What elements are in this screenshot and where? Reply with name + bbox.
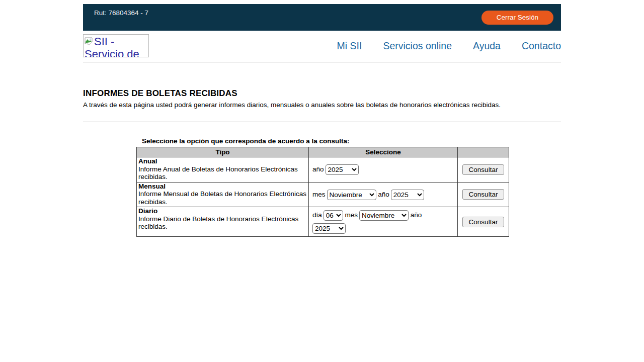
consultar-button-anual[interactable]: Consultar xyxy=(462,164,505,175)
nav-servicios-online[interactable]: Servicios online xyxy=(383,40,452,52)
main-nav: Mi SII Servicios online Ayuda Contacto xyxy=(316,40,561,52)
col-header-actions xyxy=(458,147,509,157)
divider xyxy=(83,122,561,122)
year-label: año xyxy=(411,211,422,219)
day-label: día xyxy=(312,211,322,219)
sii-logo[interactable]: SII - Servicio de xyxy=(83,34,149,57)
broken-image-icon xyxy=(85,37,94,47)
nav-contacto[interactable]: Contacto xyxy=(522,40,561,52)
row-type-anual: Anual xyxy=(138,157,307,165)
col-header-seleccione: Seleccione xyxy=(309,147,458,157)
table-header-row: Tipo Seleccione xyxy=(137,147,509,157)
nav-mi-sii[interactable]: Mi SII xyxy=(337,40,362,52)
mensual-year-select[interactable]: 2025 xyxy=(391,190,424,200)
diario-year-select[interactable]: 2025 xyxy=(312,223,346,234)
report-options-table: Tipo Seleccione AnualInforme Anual de Bo… xyxy=(136,147,509,237)
report-form: Seleccione la opción que corresponda de … xyxy=(136,137,561,237)
site-header: SII - Servicio de Mi SII Servicios onlin… xyxy=(83,31,561,62)
form-prompt: Seleccione la opción que corresponda de … xyxy=(136,137,561,145)
row-description-anual: Informe Anual de Boletas de Honorarios E… xyxy=(138,165,298,181)
consultar-button-mensual[interactable]: Consultar xyxy=(462,189,505,200)
logout-button[interactable]: Cerrar Sesión xyxy=(481,11,553,25)
col-header-tipo: Tipo xyxy=(137,147,309,157)
diario-day-select[interactable]: 06 xyxy=(324,210,343,221)
row-type-diario: Diario xyxy=(138,207,307,215)
anual-year-select[interactable]: 2025 xyxy=(326,164,359,175)
mensual-month-select[interactable]: Noviembre xyxy=(327,190,376,200)
month-label: mes xyxy=(312,191,326,198)
table-row-mensual: MensualInforme Mensual de Boletas de Hon… xyxy=(137,182,509,207)
row-description-mensual: Informe Mensual de Boletas de Honorarios… xyxy=(138,190,306,206)
rut-label: Rut: 76804364 - 7 xyxy=(94,9,148,17)
page-description: A través de esta página usted podrá gene… xyxy=(83,101,561,109)
session-bar: Rut: 76804364 - 7 Cerrar Sesión xyxy=(83,4,561,31)
year-label: año xyxy=(378,191,389,198)
row-type-mensual: Mensual xyxy=(138,183,307,191)
table-row-anual: AnualInforme Anual de Boletas de Honorar… xyxy=(137,157,509,183)
page-title: INFORMES DE BOLETAS RECIBIDAS xyxy=(83,88,561,99)
row-description-diario: Informe Diario de Boletas de Honorarios … xyxy=(138,215,298,231)
nav-ayuda[interactable]: Ayuda xyxy=(473,40,501,52)
page-container: Rut: 76804364 - 7 Cerrar Sesión SII - Se… xyxy=(83,4,561,237)
consultar-button-diario[interactable]: Consultar xyxy=(462,217,505,227)
table-row-diario: DiarioInforme Diario de Boletas de Honor… xyxy=(137,207,509,237)
month-label: mes xyxy=(345,211,358,219)
diario-month-select[interactable]: Noviembre xyxy=(359,210,409,221)
year-label: año xyxy=(312,165,324,173)
